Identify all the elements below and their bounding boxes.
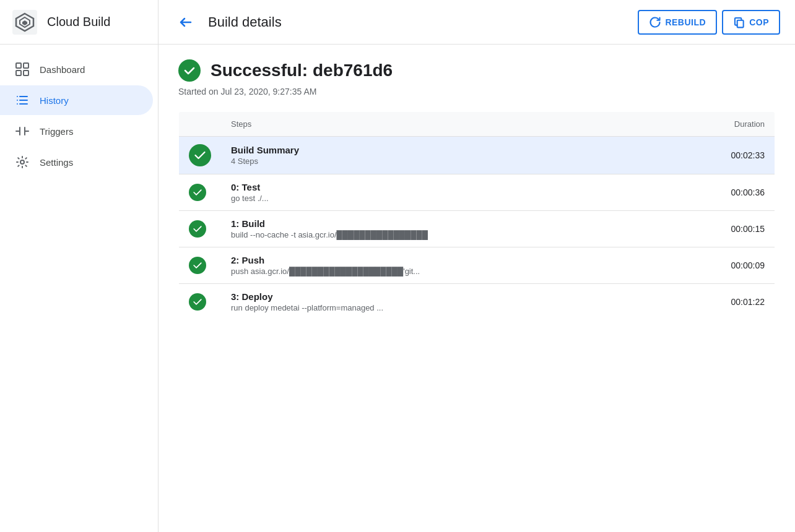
page-title: Build details	[208, 14, 628, 30]
step-name: 0: Test	[231, 182, 654, 192]
table-header-row: Steps Duration	[179, 112, 775, 137]
settings-icon	[15, 155, 30, 169]
step-sub: 4 Steps	[231, 157, 654, 166]
sidebar-header: Cloud Build	[0, 0, 158, 45]
header-duration-col: Duration	[664, 112, 775, 137]
copy-icon	[733, 16, 745, 28]
main-content: Build details REBUILD COP	[159, 0, 795, 532]
sidebar: Cloud Build Dashboard	[0, 0, 159, 532]
table-row[interactable]: 3: Deployrun deploy medetai --platform=m…	[179, 284, 775, 320]
step-name-cell: 2: Pushpush asia.gcr.io/████████████████…	[221, 247, 664, 284]
back-button[interactable]	[173, 10, 198, 35]
app-logo	[12, 10, 37, 35]
steps-table: Steps Duration Build Summary4 Steps00:02…	[178, 111, 775, 320]
content-area: Successful: deb761d6 Started on Jul 23, …	[159, 45, 795, 532]
settings-label: Settings	[40, 157, 73, 168]
svg-point-18	[20, 160, 24, 164]
app-title: Cloud Build	[47, 15, 110, 29]
success-icon	[189, 293, 206, 311]
svg-rect-6	[16, 71, 21, 75]
success-icon	[189, 184, 206, 201]
step-name-cell: 3: Deployrun deploy medetai --platform=m…	[221, 284, 664, 320]
rebuild-label: REBUILD	[665, 17, 706, 27]
svg-rect-19	[737, 20, 744, 27]
svg-rect-5	[24, 63, 28, 68]
step-duration-cell: 00:00:36	[664, 174, 775, 211]
build-status-icon	[178, 59, 201, 82]
history-icon	[15, 93, 30, 108]
success-icon	[189, 220, 206, 238]
header-icon-col	[179, 112, 222, 137]
topbar-actions: REBUILD COP	[638, 10, 780, 35]
sidebar-item-settings[interactable]: Settings	[0, 147, 153, 177]
summary-row[interactable]: Build Summary4 Steps00:02:33	[179, 137, 775, 174]
step-sub: run deploy medetai --platform=managed ..…	[231, 303, 654, 312]
step-duration-cell: 00:02:33	[664, 137, 775, 174]
step-duration-cell: 00:00:09	[664, 247, 775, 284]
step-status-icon-cell	[179, 284, 222, 320]
rebuild-icon	[649, 16, 661, 28]
success-icon	[189, 257, 206, 274]
dashboard-label: Dashboard	[40, 64, 85, 75]
step-name-cell: 1: Buildbuild --no-cache -t asia.gcr.io/…	[221, 211, 664, 247]
copy-button[interactable]: COP	[722, 10, 780, 35]
triggers-icon	[15, 124, 30, 139]
step-status-icon-cell	[179, 137, 222, 174]
step-sub: build --no-cache -t asia.gcr.io/████████…	[231, 230, 654, 239]
step-name: 1: Build	[231, 218, 654, 229]
step-status-icon-cell	[179, 247, 222, 284]
copy-label: COP	[749, 17, 769, 27]
step-name: 2: Push	[231, 255, 654, 265]
step-sub: push asia.gcr.io/████████████████████'gi…	[231, 267, 654, 276]
step-status-icon-cell	[179, 174, 222, 211]
step-status-icon-cell	[179, 211, 222, 247]
build-status-header: Successful: deb761d6	[178, 59, 775, 82]
step-sub: go test ./...	[231, 194, 654, 203]
rebuild-button[interactable]: REBUILD	[638, 10, 717, 35]
step-duration-cell: 00:00:15	[664, 211, 775, 247]
step-name-cell: 0: Testgo test ./...	[221, 174, 664, 211]
build-status-title: Successful: deb761d6	[211, 61, 393, 80]
svg-rect-4	[16, 63, 21, 68]
sidebar-item-triggers[interactable]: Triggers	[0, 116, 153, 146]
sidebar-item-dashboard[interactable]: Dashboard	[0, 54, 153, 84]
step-duration-cell: 00:01:22	[664, 284, 775, 320]
table-row[interactable]: 1: Buildbuild --no-cache -t asia.gcr.io/…	[179, 211, 775, 247]
build-started-time: Started on Jul 23, 2020, 9:27:35 AM	[178, 87, 775, 97]
svg-rect-7	[24, 71, 28, 75]
table-row[interactable]: 0: Testgo test ./...00:00:36	[179, 174, 775, 211]
dashboard-icon	[15, 62, 30, 77]
history-label: History	[40, 95, 69, 106]
step-name: Build Summary	[231, 145, 654, 155]
sidebar-item-history[interactable]: History	[0, 85, 153, 115]
success-icon	[189, 144, 211, 166]
table-row[interactable]: 2: Pushpush asia.gcr.io/████████████████…	[179, 247, 775, 284]
topbar: Build details REBUILD COP	[159, 0, 795, 45]
step-name: 3: Deploy	[231, 291, 654, 302]
header-steps-col: Steps	[221, 112, 664, 137]
sidebar-nav: Dashboard History	[0, 45, 158, 187]
triggers-label: Triggers	[40, 126, 73, 137]
step-name-cell: Build Summary4 Steps	[221, 137, 664, 174]
